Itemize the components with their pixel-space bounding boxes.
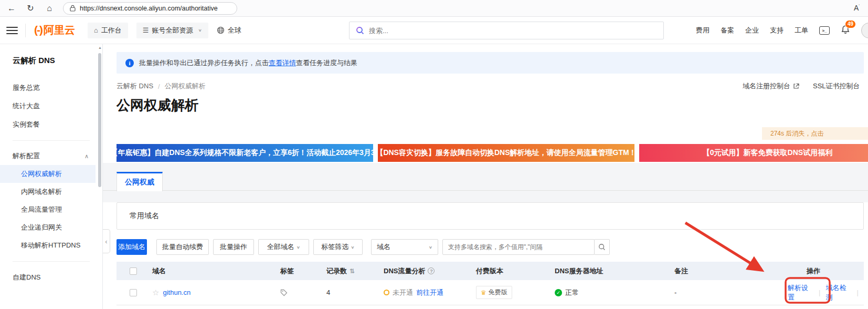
common-domains-panel[interactable]: 常用域名 xyxy=(117,202,864,230)
domain-table: 域名 标签 记录数⇅ DNS流量分析? 付费版本 DNS服务器地址 备注 操作 … xyxy=(117,262,864,305)
banner-countdown[interactable]: 274s 后消失，点击 xyxy=(762,127,868,140)
browser-toolbar: ← ↻ ⌂ https://dnsnext.console.aliyun.com… xyxy=(0,0,868,17)
info-banner-text: 批量操作和导出已通过异步任务执行，点击查看详情查看任务进度与结果 xyxy=(139,58,357,68)
batch-operations-button[interactable]: 批量操作 xyxy=(213,239,254,255)
common-domains-label: 常用域名 xyxy=(130,211,159,221)
region-global-button[interactable]: 全球 xyxy=(217,23,241,38)
all-domains-dropdown[interactable]: 全部域名∨ xyxy=(258,239,309,255)
add-domain-button[interactable]: 添加域名 xyxy=(117,239,147,255)
select-all-checkbox[interactable] xyxy=(130,267,137,275)
search-submit-button[interactable] xyxy=(594,239,610,255)
global-search[interactable] xyxy=(349,22,664,39)
resources-dropdown[interactable]: ☰ 账号全部资源 ∨ xyxy=(136,23,208,38)
lock-icon xyxy=(70,5,76,12)
search-field-select[interactable]: 域名∨ xyxy=(371,239,438,255)
globe-icon xyxy=(217,26,225,34)
star-icon[interactable]: ☆ xyxy=(152,288,159,297)
sidebar-item-private-dns[interactable]: 内网域名解析 xyxy=(0,183,96,201)
sidebar-item-httpdns[interactable]: 移动解析HTTPDNS xyxy=(0,236,96,254)
home-icon[interactable]: ⌂ xyxy=(44,4,55,13)
back-icon[interactable]: ← xyxy=(6,4,17,13)
promo-banner-free-trial[interactable]: 【0元试用】新客免费获取DNS试用福利 xyxy=(639,144,868,162)
table-header-row: 域名 标签 记录数⇅ DNS流量分析? 付费版本 DNS服务器地址 备注 操作 xyxy=(117,262,864,280)
check-icon: ✓ xyxy=(555,289,562,296)
sidebar-group-dns-config[interactable]: 解析配置 ∧ xyxy=(0,147,102,165)
sidebar-item-instance-plans[interactable]: 实例套餐 xyxy=(0,115,102,133)
enable-traffic-link[interactable]: 前往开通 xyxy=(416,288,443,297)
domain-link[interactable]: githun.cn xyxy=(163,289,190,296)
domain-register-console-link[interactable]: 域名注册控制台 xyxy=(743,81,799,91)
sidebar-item-service-overview[interactable]: 服务总览 xyxy=(0,78,102,97)
tab-public-authoritative[interactable]: 公网权威 xyxy=(117,172,163,191)
font-size-icon[interactable]: Aʻ xyxy=(854,4,860,12)
external-link-icon xyxy=(793,83,799,89)
domain-search-input[interactable] xyxy=(442,239,595,255)
sidebar-item-stats-dashboard[interactable]: 统计大盘 xyxy=(0,97,102,115)
sidebar-collapse-handle[interactable]: ‹ xyxy=(103,229,110,253)
tab-strip-line xyxy=(103,163,868,191)
col-actions: 操作 xyxy=(777,266,864,276)
info-icon: i xyxy=(125,59,134,67)
help-icon[interactable]: ? xyxy=(428,267,435,274)
dns-settings-link[interactable]: 解析设置 xyxy=(788,283,813,302)
sidebar-item-public-authoritative[interactable]: 公网权威解析 xyxy=(0,165,96,183)
search-icon xyxy=(356,26,364,35)
sidebar-scrollbar[interactable]: ▲ xyxy=(98,45,102,308)
traffic-status: 未开通 xyxy=(393,288,413,297)
menu-tickets[interactable]: 工单 xyxy=(795,26,808,35)
promo-banner-discount[interactable]: 【年底钜惠】自建DNS全系列规格不限新老客户，立享6折！活动截止2026年3月3… xyxy=(117,144,373,162)
url-text[interactable]: https://dnsnext.console.aliyun.com/autho… xyxy=(80,5,218,12)
view-details-link[interactable]: 查看详情 xyxy=(269,59,296,67)
sort-icon[interactable]: ⇅ xyxy=(350,267,355,275)
menu-enterprise[interactable]: 企业 xyxy=(745,26,759,35)
menu-billing[interactable]: 费用 xyxy=(696,26,710,35)
divider xyxy=(13,261,90,262)
address-bar[interactable]: https://dnsnext.console.aliyun.com/autho… xyxy=(63,2,237,15)
row-checkbox[interactable] xyxy=(130,289,137,296)
tag-icon[interactable] xyxy=(280,289,288,296)
ssl-console-link[interactable]: SSL证书控制台 xyxy=(813,81,860,91)
promo-banner-gtm[interactable]: 【DNS容灾切换】服务故障自动切换DNS解析地址，请使用全局流量管理GTM！ xyxy=(378,144,634,162)
tag-filter-dropdown[interactable]: 标签筛选∨ xyxy=(313,239,363,255)
cloudshell-icon[interactable]: >_ xyxy=(819,26,830,35)
col-plan: 付费版本 xyxy=(470,266,549,276)
refresh-icon[interactable]: ↻ xyxy=(25,4,36,13)
console-header: (-) 阿里云 ⌂ 工作台 ☰ 账号全部资源 ∨ 全球 费用 备案 企业 支持 … xyxy=(0,17,868,44)
aliyun-logo-text: 阿里云 xyxy=(44,23,75,37)
home-icon: ⌂ xyxy=(94,27,98,34)
batch-auto-renew-button[interactable]: 批量自动续费 xyxy=(156,239,209,255)
divider xyxy=(25,24,26,37)
col-domain: 域名 xyxy=(140,266,276,276)
breadcrumb-dns[interactable]: 云解析 DNS xyxy=(117,81,153,91)
chevron-up-icon: ∧ xyxy=(84,153,89,160)
sidebar-item-self-built-dns[interactable]: 自建DNS xyxy=(0,268,102,286)
notifications-button[interactable]: 49 xyxy=(841,25,850,37)
chevron-down-icon: ∨ xyxy=(297,245,300,249)
menu-hamburger-icon[interactable] xyxy=(6,27,18,34)
sidebar-item-gtm[interactable]: 全局流量管理 xyxy=(0,201,96,219)
global-search-input[interactable] xyxy=(369,27,657,35)
aliyun-logo[interactable]: (-) 阿里云 xyxy=(34,23,75,37)
remark-cell: - xyxy=(670,289,777,296)
scrollbar-thumb[interactable] xyxy=(98,53,101,187)
traffic-analysis-cell: 未开通 前往开通 xyxy=(376,288,470,297)
sidebar: 云解析 DNS 服务总览 统计大盘 实例套餐 解析配置 ∧ 公网权威解析 内网域… xyxy=(0,44,103,309)
sidebar-title: 云解析 DNS xyxy=(0,44,102,66)
chevron-down-icon: ∨ xyxy=(198,28,202,32)
workbench-button[interactable]: ⌂ 工作台 xyxy=(88,23,128,38)
avatar[interactable] xyxy=(861,23,868,38)
chevron-down-icon: ∨ xyxy=(351,245,354,249)
domain-check-link[interactable]: 域名检测 xyxy=(826,283,852,302)
col-records: 记录数⇅ xyxy=(323,266,376,276)
crown-icon: ♛ xyxy=(481,290,486,296)
menu-icp[interactable]: 备案 xyxy=(721,26,734,35)
breadcrumb: 云解析 DNS / 公网权威解析 xyxy=(117,81,206,91)
col-remark: 备注 xyxy=(670,266,777,276)
list-icon: ☰ xyxy=(143,27,149,34)
dns-status: 正常 xyxy=(565,288,579,297)
col-tags: 标签 xyxy=(276,266,323,276)
scroll-up-icon[interactable]: ▲ xyxy=(98,46,102,49)
promo-banners: 【年底钜惠】自建DNS全系列规格不限新老客户，立享6折！活动截止2026年3月3… xyxy=(117,144,868,162)
menu-support[interactable]: 支持 xyxy=(770,26,784,35)
sidebar-item-recursive-gateway[interactable]: 企业递归网关 xyxy=(0,219,96,236)
